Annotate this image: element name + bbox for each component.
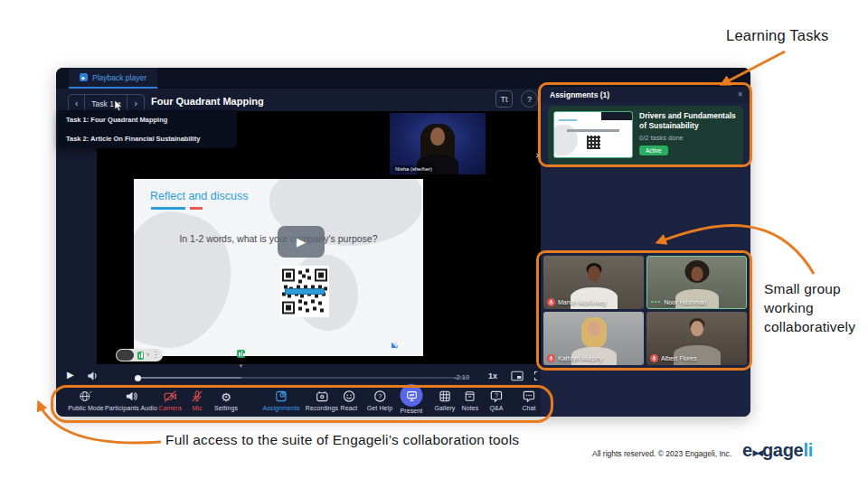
playback-player-icon: ▶ — [80, 73, 88, 81]
chevron-left-icon: ‹ — [75, 99, 78, 108]
mic-muted-icon — [650, 354, 658, 362]
small-group-grid: Marvin McKinney ••• Noor Hashmad Kathryn… — [543, 256, 748, 365]
svg-text:?: ? — [495, 392, 498, 399]
toolbar-item-mic[interactable]: Mic — [191, 389, 203, 411]
task-dropdown-menu: Task 1: Four Quadrant Mapping Task 2: Ar… — [58, 110, 237, 148]
presenter-avatar-head — [430, 127, 445, 145]
poll-chart-icon — [237, 350, 245, 358]
participant-tile-speaking[interactable]: ••• Noor Hashmad — [646, 256, 747, 309]
participant-avatar-head — [691, 267, 703, 281]
smiley-icon — [342, 389, 355, 403]
toolbar-item-get-help[interactable]: ? Get Help — [367, 389, 392, 411]
toolbar-item-react[interactable]: React — [341, 389, 358, 411]
panel-collapse-icon[interactable]: ✕ — [535, 152, 542, 160]
logo-text: gage — [762, 440, 803, 460]
participant-name: Marvin McKinney — [558, 299, 607, 305]
toolbar-item-label: Assignments — [262, 405, 299, 411]
assignment-card[interactable]: Drivers and Fundamentals of Sustainabili… — [548, 106, 743, 165]
qr-scan-bar — [285, 288, 325, 295]
svg-text:?: ? — [378, 392, 382, 400]
playback-controls: ▶ -2:19 1x — [56, 364, 597, 388]
toolbar-item-assignments[interactable]: Assignments — [262, 389, 299, 411]
toolbar-item-qa[interactable]: ? Q&A — [489, 389, 503, 411]
toolbar-item-recordings[interactable]: Recordings — [306, 389, 338, 411]
document-marker[interactable]: ▾ — [395, 343, 399, 351]
toolbar-item-participants-audio[interactable]: Participants Audio — [105, 389, 157, 411]
assignment-thumbnail — [553, 111, 633, 158]
task-dropdown-item[interactable]: Task 1: Four Quadrant Mapping — [58, 110, 237, 129]
close-icon[interactable]: ✕ — [737, 90, 743, 99]
grid-icon — [439, 389, 452, 403]
annotation-small-group: Small group working collaboratively — [764, 280, 868, 337]
presenter-video-tile: Nisha (she/her) — [390, 113, 486, 174]
mic-off-icon — [191, 389, 203, 403]
volume-icon[interactable] — [87, 371, 99, 381]
annotation-learning-tasks: Learning Tasks — [726, 25, 828, 45]
chevron-right-icon: › — [134, 99, 137, 108]
participant-name: Noor Hashmad — [664, 299, 706, 305]
expand-icon[interactable]: › — [146, 352, 149, 359]
presenter-name-label: Nisha (she/her) — [392, 165, 435, 173]
assignments-icon — [275, 389, 288, 403]
toolbar-item-label: Mic — [192, 405, 202, 411]
task-dropdown-item[interactable]: Task 2: Article On Financial Sustainabil… — [58, 129, 237, 148]
tab-playback-player[interactable]: ▶ Playback player — [69, 68, 157, 89]
slide-tools-pill[interactable]: › ⋮ — [116, 349, 163, 361]
assignment-info: Drivers and Fundamentals of Sustainabili… — [639, 111, 738, 160]
status-badge: Active — [639, 145, 668, 155]
task-title: Four Quadrant Mapping — [151, 96, 264, 107]
speed-button[interactable]: 1x — [488, 371, 497, 380]
mouse-cursor — [114, 99, 125, 112]
assignment-title: Drivers and Fundamentals of Sustainabili… — [639, 111, 738, 132]
present-screen-icon — [405, 389, 418, 402]
toolbar-item-public-mode[interactable]: Public Mode — [68, 389, 104, 411]
toolbar-item-label: Q&A — [489, 405, 503, 411]
speaker-icon — [124, 389, 138, 403]
poll-chart-icon — [137, 352, 145, 360]
copyright-text: All rights reserved. © 2023 Engageli, In… — [592, 449, 731, 458]
participant-name: Albert Flores — [661, 355, 697, 361]
toolbar-item-camera[interactable]: Camera — [158, 389, 182, 411]
participant-tile[interactable]: Marvin McKinney — [543, 256, 644, 309]
caret-down-icon: ▾ — [237, 362, 245, 370]
assignment-progress: 0/2 tasks done — [639, 134, 738, 142]
participant-tile[interactable]: Albert Flores — [646, 312, 747, 365]
toolbar-item-label: Settings — [214, 405, 238, 411]
progress-handle[interactable] — [135, 375, 141, 381]
toolbar-item-gallery[interactable]: Gallery — [435, 389, 456, 411]
progress-bar[interactable] — [137, 377, 467, 379]
toolbar-item-present[interactable]: Present — [401, 389, 423, 414]
speaking-indicator-icon: ••• — [651, 298, 661, 305]
toolbar-item-notes[interactable]: Notes — [462, 389, 479, 411]
window-tab-bar: ▶ Playback player — [56, 68, 750, 89]
logo-text: e — [742, 440, 752, 460]
text-size-button[interactable]: Tt — [495, 90, 513, 108]
logo-text: li — [803, 440, 813, 460]
toolbar-item-label: Chat — [522, 405, 535, 411]
annotation-full-access: Full access to the suite of Engageli’s c… — [165, 431, 545, 450]
participant-tile[interactable]: Kathryn Murphy — [543, 312, 644, 365]
video-play-overlay-button[interactable]: ▶ — [278, 226, 325, 258]
heading-underline — [151, 207, 203, 210]
toolbar-item-chat[interactable]: Chat — [522, 389, 535, 411]
help-button[interactable]: ? — [521, 90, 538, 108]
qr-code — [280, 266, 329, 317]
pip-icon[interactable] — [511, 371, 524, 381]
poll-marker[interactable]: ▾ — [237, 345, 245, 370]
toolbar-item-settings[interactable]: ⚙ Settings — [214, 389, 238, 411]
presentation-slide: Reflect and discuss In 1-2 words, what i… — [134, 179, 423, 356]
tab-label: Playback player — [92, 73, 146, 82]
toolbar-item-label: Present — [401, 408, 423, 414]
time-remaining: -2:19 — [454, 373, 469, 381]
toolbar-item-label: Notes — [462, 405, 479, 411]
assignments-header: Assignments (1) ✕ — [541, 87, 750, 103]
toggle-knob[interactable] — [117, 350, 134, 361]
toolbar-item-label: Get Help — [367, 405, 392, 411]
chat-bubble-icon — [523, 389, 536, 403]
present-button[interactable] — [401, 384, 423, 407]
recordings-icon — [315, 389, 328, 403]
play-button[interactable]: ▶ — [67, 370, 74, 380]
more-icon[interactable]: ⋮ — [152, 352, 159, 359]
play-icon: ▶ — [297, 235, 306, 249]
task-current-label: Task 1 — [91, 99, 114, 108]
